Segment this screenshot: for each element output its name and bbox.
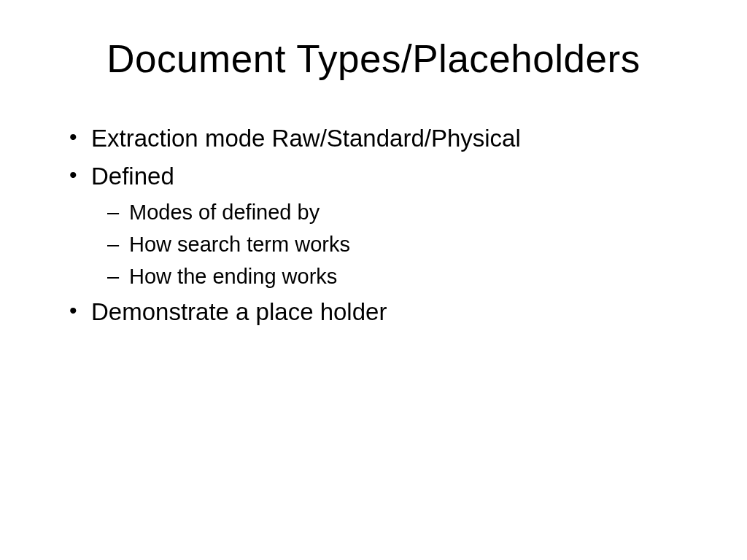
bullet-text: Defined [91,163,174,190]
slide-container: Document Types/Placeholders Extraction m… [0,0,747,560]
bullet-text: Demonstrate a place holder [91,298,387,325]
bullet-text: How the ending works [129,265,337,288]
bullet-text: Extraction mode Raw/Standard/Physical [91,125,521,152]
list-item: Defined Modes of defined by How search t… [69,159,696,292]
slide-title: Document Types/Placeholders [51,36,696,81]
list-item: How search term works [107,229,696,260]
list-item: Demonstrate a place holder [69,295,696,330]
bullet-text: Modes of defined by [129,201,320,224]
slide-content: Extraction mode Raw/Standard/Physical De… [51,121,696,330]
list-item: Modes of defined by [107,197,696,228]
sub-bullet-list: Modes of defined by How search term work… [107,197,696,292]
bullet-list: Extraction mode Raw/Standard/Physical De… [69,121,696,330]
bullet-text: How search term works [129,233,350,256]
list-item: Extraction mode Raw/Standard/Physical [69,121,696,156]
list-item: How the ending works [107,261,696,292]
